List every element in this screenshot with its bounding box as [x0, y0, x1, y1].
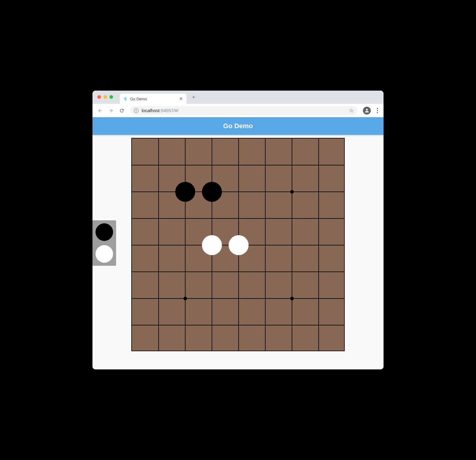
browser-tab-strip: Go Demo ✕ + [92, 91, 384, 104]
reload-button[interactable] [117, 106, 126, 115]
grid-line-horizontal [132, 192, 344, 192]
star-point [290, 190, 294, 194]
grid-line-horizontal [132, 218, 344, 219]
bookmark-star-icon[interactable]: ☆ [349, 107, 354, 114]
close-tab-icon[interactable]: ✕ [179, 96, 183, 101]
grid-line-vertical [158, 138, 159, 351]
flutter-favicon-icon [123, 96, 128, 101]
star-point [290, 297, 294, 300]
maximize-window-button[interactable] [109, 95, 113, 99]
grid-line-vertical [185, 138, 186, 351]
game-area [92, 135, 384, 369]
browser-menu-button[interactable] [374, 108, 380, 113]
profile-avatar-icon[interactable] [363, 107, 371, 115]
grid-line-horizontal [132, 272, 344, 272]
grid-line-horizontal [132, 298, 344, 299]
grid-line-vertical [265, 138, 266, 351]
app-bar: Go Demo [92, 117, 384, 135]
url-host: localhost [142, 108, 159, 113]
palette-black-stone[interactable] [96, 223, 113, 241]
stone-palette [92, 220, 116, 266]
close-window-button[interactable] [97, 95, 101, 99]
grid-line-vertical [318, 138, 319, 351]
forward-button[interactable] [106, 106, 116, 115]
app-title: Go Demo [223, 122, 253, 130]
browser-toolbar: i localhost:54557/#/ ☆ [92, 104, 384, 117]
black-stone[interactable] [202, 182, 222, 202]
grid-line-horizontal [132, 325, 344, 325]
star-point [183, 297, 187, 300]
address-bar[interactable]: i localhost:54557/#/ ☆ [130, 106, 357, 115]
site-info-icon[interactable]: i [134, 108, 139, 113]
black-stone[interactable] [175, 182, 195, 202]
url-text: localhost:54557/#/ [142, 108, 346, 113]
browser-window: Go Demo ✕ + i localhost:54557/#/ ☆ [92, 91, 384, 369]
new-tab-button[interactable]: + [189, 93, 198, 102]
white-stone[interactable] [202, 235, 222, 255]
back-button[interactable] [96, 106, 105, 115]
window-controls [97, 95, 113, 99]
url-port-path: :54557/#/ [159, 108, 179, 113]
browser-tab[interactable]: Go Demo ✕ [120, 94, 186, 104]
white-stone[interactable] [229, 235, 249, 255]
app-viewport: Go Demo [92, 117, 384, 369]
minimize-window-button[interactable] [103, 95, 107, 99]
go-board[interactable] [131, 138, 345, 351]
grid-line-horizontal [132, 165, 344, 165]
grid-line-vertical [292, 138, 292, 351]
palette-white-stone[interactable] [96, 245, 113, 263]
tab-title: Go Demo [130, 97, 176, 101]
